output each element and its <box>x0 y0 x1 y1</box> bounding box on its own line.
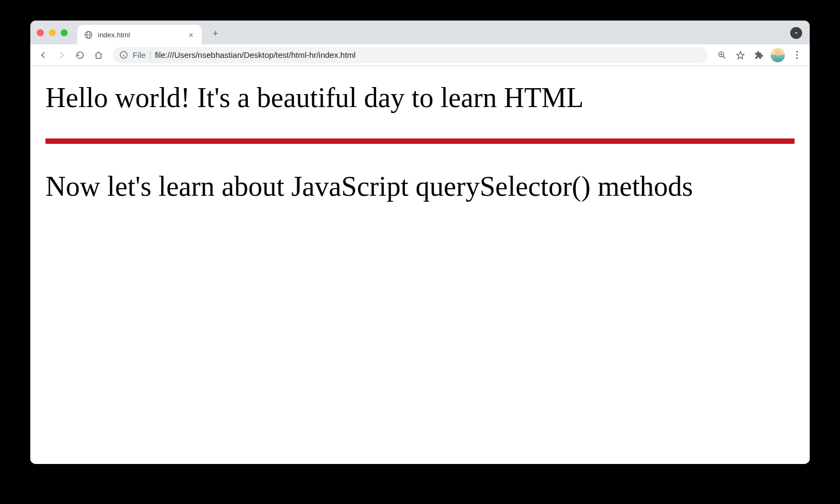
reload-button[interactable] <box>71 47 89 64</box>
browser-tab[interactable]: index.html × <box>77 25 202 44</box>
svg-line-7 <box>723 56 725 58</box>
profile-avatar[interactable] <box>771 48 785 62</box>
heading-1: Hello world! It's a beautiful day to lea… <box>45 81 795 115</box>
address-url: file:///Users/nsebhastian/Desktop/test/h… <box>155 50 701 59</box>
bookmark-icon[interactable] <box>732 47 749 64</box>
forward-button[interactable] <box>53 47 70 64</box>
globe-icon <box>84 30 93 39</box>
window-controls <box>37 29 68 36</box>
tab-title: index.html <box>98 31 187 39</box>
address-scheme: File <box>133 50 146 59</box>
browser-window: index.html × + <box>30 21 810 464</box>
search-tabs-button[interactable] <box>790 27 802 39</box>
page-content: Hello world! It's a beautiful day to lea… <box>30 66 810 464</box>
extensions-icon[interactable] <box>750 47 767 64</box>
heading-2: Now let's learn about JavaScript querySe… <box>45 170 795 203</box>
minimize-window-button[interactable] <box>49 29 56 36</box>
close-window-button[interactable] <box>37 29 44 36</box>
home-button[interactable] <box>90 47 107 64</box>
horizontal-rule <box>45 138 795 144</box>
back-button[interactable] <box>35 47 52 64</box>
tab-bar: index.html × + <box>30 21 810 44</box>
address-divider <box>150 51 150 59</box>
info-icon[interactable] <box>119 50 128 59</box>
zoom-icon[interactable] <box>713 47 731 64</box>
close-tab-button[interactable]: × <box>187 30 195 39</box>
toolbar: File file:///Users/nsebhastian/Desktop/t… <box>30 44 810 66</box>
menu-button[interactable] <box>788 47 805 64</box>
maximize-window-button[interactable] <box>61 29 68 36</box>
address-bar[interactable]: File file:///Users/nsebhastian/Desktop/t… <box>113 47 708 63</box>
new-tab-button[interactable]: + <box>207 25 224 42</box>
